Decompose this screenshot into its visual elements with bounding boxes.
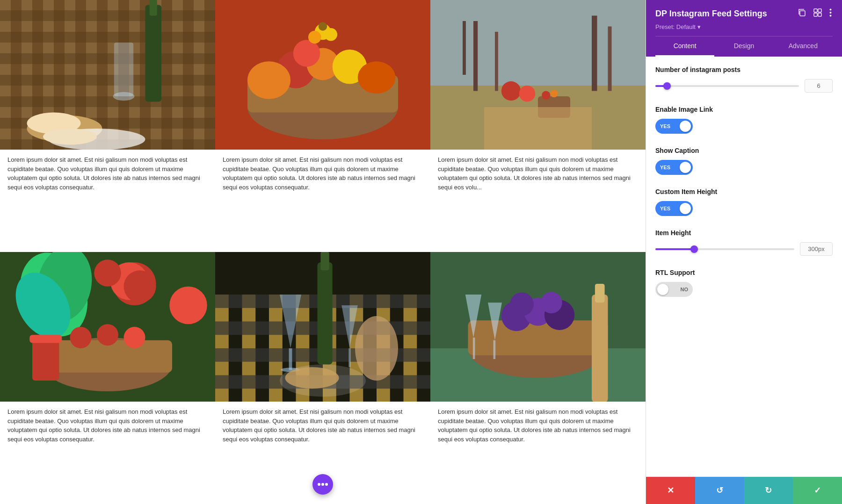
- svg-point-53: [124, 327, 145, 348]
- item-height-label: Item Height: [655, 229, 833, 237]
- item-height-slider-row: [655, 242, 833, 256]
- rtl-support-toggle[interactable]: NO: [655, 282, 693, 297]
- save-icon: ✓: [814, 485, 821, 496]
- rtl-support-label: RTL Support: [655, 269, 833, 276]
- num-posts-label: Number of instagram posts: [655, 66, 833, 73]
- enable-image-link-toggle-container: YES: [655, 119, 833, 134]
- post-card-6[interactable]: Lorem ipsum dolor sit amet. Est nisi gal…: [430, 252, 646, 504]
- svg-point-25: [358, 61, 396, 94]
- grid-icon-button[interactable]: [813, 7, 823, 20]
- svg-point-21: [308, 31, 321, 44]
- setting-num-posts: Number of instagram posts: [655, 66, 833, 93]
- post-image-6: [430, 252, 646, 402]
- svg-point-23: [319, 22, 327, 30]
- svg-point-46: [124, 270, 156, 302]
- svg-rect-29: [473, 21, 478, 91]
- panel-preset[interactable]: Preset: Default ▾: [655, 23, 833, 30]
- post-card-1[interactable]: Lorem ipsum dolor sit amet. Est nisi gal…: [0, 0, 215, 252]
- post-card-4[interactable]: Lorem ipsum dolor sit amet. Est nisi gal…: [0, 252, 215, 504]
- post-text-4: Lorem ipsum dolor sit amet. Est nisi gal…: [0, 402, 215, 449]
- custom-item-height-toggle[interactable]: YES: [655, 201, 693, 216]
- enable-image-link-yes-label: YES: [655, 123, 693, 129]
- enable-image-link-toggle[interactable]: YES: [655, 119, 693, 134]
- tab-design[interactable]: Design: [714, 36, 773, 57]
- num-posts-slider-row: [655, 79, 833, 93]
- tab-content[interactable]: Content: [655, 36, 714, 57]
- svg-point-80: [541, 292, 562, 313]
- panel-footer: ✕ ↺ ↻ ✓: [646, 476, 842, 504]
- svg-point-51: [70, 327, 92, 348]
- svg-rect-87: [818, 9, 821, 12]
- item-height-value-input[interactable]: [800, 242, 833, 256]
- panel-body: Number of instagram posts Enable Image L…: [646, 57, 842, 476]
- save-button[interactable]: ✓: [793, 477, 842, 504]
- svg-rect-32: [592, 16, 597, 91]
- svg-rect-89: [818, 13, 821, 16]
- post-card-2[interactable]: Lorem ipsum dolor sit amet. Est nisi gal…: [215, 0, 430, 252]
- setting-rtl-support: RTL Support NO: [655, 269, 833, 297]
- undo-button[interactable]: ↺: [695, 477, 744, 504]
- item-height-slider-track[interactable]: [655, 248, 794, 250]
- panel-title-icons: [797, 7, 833, 20]
- post-image-4: [0, 252, 215, 402]
- custom-item-height-label: Custom Item Height: [655, 188, 833, 195]
- num-posts-slider-thumb[interactable]: [663, 82, 671, 90]
- svg-point-37: [542, 91, 550, 100]
- cancel-icon: ✕: [667, 485, 674, 496]
- redo-button[interactable]: ↻: [744, 477, 793, 504]
- svg-rect-5: [145, 5, 162, 102]
- svg-rect-65: [348, 348, 351, 367]
- num-posts-slider-track[interactable]: [655, 85, 799, 87]
- app-container: Lorem ipsum dolor sit amet. Est nisi gal…: [0, 0, 842, 504]
- post-image-1: [0, 0, 215, 150]
- post-card-5[interactable]: Lorem ipsum dolor sit amet. Est nisi gal…: [215, 252, 430, 504]
- svg-point-22: [324, 28, 337, 41]
- show-caption-label: Show Caption: [655, 147, 833, 154]
- custom-item-height-yes-label: YES: [655, 206, 693, 211]
- feed-grid: Lorem ipsum dolor sit amet. Est nisi gal…: [0, 0, 646, 504]
- panel-title: DP Instagram Feed Settings: [655, 9, 767, 19]
- post-card-3[interactable]: Lorem ipsum dolor sit amet. Est nisi gal…: [430, 0, 646, 252]
- setting-item-height: Item Height: [655, 229, 833, 256]
- post-image-2: [215, 0, 430, 150]
- svg-point-19: [293, 40, 320, 67]
- svg-rect-55: [29, 335, 62, 343]
- svg-rect-82: [595, 284, 605, 302]
- show-caption-toggle[interactable]: YES: [655, 160, 693, 175]
- panel-header: DP Instagram Feed Settings: [646, 0, 842, 57]
- svg-rect-81: [592, 295, 608, 402]
- show-caption-yes-label: YES: [655, 165, 693, 170]
- custom-item-height-toggle-container: YES: [655, 201, 833, 216]
- svg-rect-6: [150, 0, 157, 16]
- svg-point-67: [285, 367, 339, 389]
- post-image-5: [215, 252, 430, 402]
- show-caption-toggle-container: YES: [655, 160, 833, 175]
- cancel-button[interactable]: ✕: [646, 477, 695, 504]
- setting-show-caption: Show Caption YES: [655, 147, 833, 175]
- post-text-6: Lorem ipsum dolor sit amet. Est nisi gal…: [430, 402, 646, 449]
- svg-rect-88: [814, 13, 817, 16]
- fab-button[interactable]: [312, 474, 333, 495]
- rtl-support-toggle-container: NO: [655, 282, 833, 297]
- svg-rect-86: [814, 9, 817, 12]
- svg-point-34: [501, 81, 521, 101]
- panel-tabs: Content Design Advanced: [655, 36, 833, 57]
- svg-rect-62: [320, 252, 329, 270]
- more-options-button[interactable]: [828, 7, 833, 20]
- svg-point-69: [318, 483, 320, 486]
- num-posts-value-input[interactable]: [805, 79, 833, 93]
- svg-point-35: [519, 86, 536, 102]
- copy-icon-button[interactable]: [797, 7, 807, 20]
- svg-rect-31: [495, 32, 498, 91]
- post-text-5: Lorem ipsum dolor sit amet. Est nisi gal…: [215, 402, 430, 449]
- svg-rect-39: [484, 107, 592, 150]
- svg-point-12: [43, 129, 97, 145]
- post-text-1: Lorem ipsum dolor sit amet. Est nisi gal…: [0, 150, 215, 197]
- svg-rect-85: [800, 11, 805, 16]
- svg-point-90: [830, 9, 832, 11]
- enable-image-link-label: Enable Image Link: [655, 106, 833, 113]
- item-height-slider-thumb[interactable]: [690, 245, 698, 253]
- svg-point-47: [169, 287, 207, 324]
- tab-advanced[interactable]: Advanced: [774, 36, 833, 57]
- post-text-2: Lorem ipsum dolor sit amet. Est nisi gal…: [215, 150, 430, 197]
